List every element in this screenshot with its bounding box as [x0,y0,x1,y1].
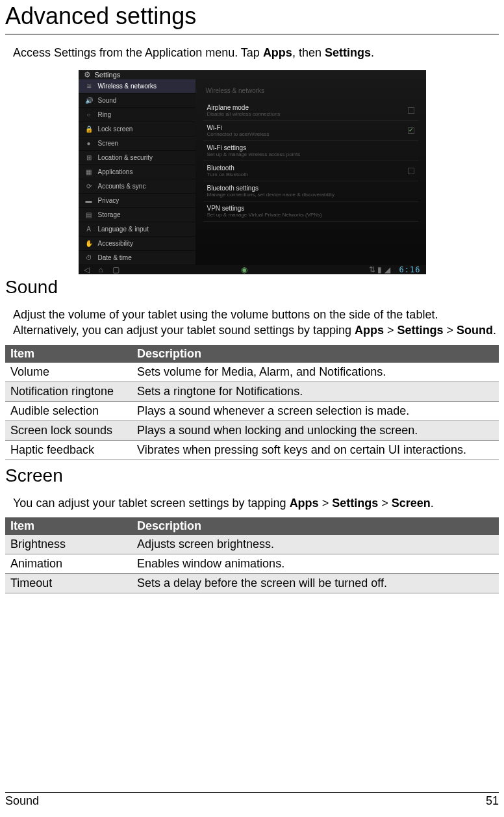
screenshot-titlebar: ⚙ Settings [79,70,426,79]
detail-item-subtitle: Manage connections, set device name & di… [207,192,414,198]
screen-th-desc: Description [132,517,499,535]
notification-icon: ◉ [241,265,247,274]
screen-intro-screen: Screen [392,497,431,510]
sound-intro-settings: Settings [397,324,444,337]
sidebar-item: 🔊Sound [79,94,195,108]
table-row: VolumeSets volume for Media, Alarm, and … [5,363,499,382]
sidebar-item-label: Screen [98,140,119,147]
gear-icon: ⚙ [84,70,91,79]
sidebar-item: ✋Accessibility [79,237,195,251]
detail-item: Airplane modeDisable all wireless connec… [203,101,418,121]
detail-item-subtitle: Connected to acerWireless [207,131,408,137]
intro-suffix: . [371,46,374,59]
sidebar-item: ▬Privacy [79,194,195,208]
cell-item: Timeout [5,573,132,593]
page-footer: Sound 51 [5,792,499,808]
cell-desc: Sets volume for Media, Alarm, and Notifi… [132,363,499,382]
sidebar-item-icon: A [85,226,93,233]
detail-item: Wi-FiConnected to acerWireless [203,121,418,141]
cell-desc: Enables window animations. [132,554,499,573]
table-row: TimeoutSets a delay before the screen wi… [5,573,499,593]
sound-suffix: . [493,324,496,337]
detail-item-title: Bluetooth [207,164,408,172]
detail-item: BluetoothTurn on Bluetooth [203,161,418,181]
screenshot-navbar: ◁ ⌂ ▢ ◉ ⇅ ▮ ◢ 6:16 [79,265,426,274]
screen-intro-apps: Apps [290,497,319,510]
sound-gt2: > [444,324,457,337]
detail-item-title: Airplane mode [207,104,408,111]
checkbox-icon [408,168,414,174]
cell-item: Notification ringtone [5,382,132,401]
settings-screenshot: ⚙ Settings ≋Wireless & networks🔊Sound○Ri… [79,70,426,265]
cell-desc: Plays a sound whenever a screen selectio… [132,401,499,421]
detail-item-subtitle: Set up & manage Virtual Private Networks… [207,212,414,218]
footer-page-number: 51 [486,794,499,808]
sidebar-item: ≋Wireless & networks [79,79,195,94]
screenshot-detail: Wireless & networks Airplane modeDisable… [195,79,426,265]
sidebar-item-icon: ● [85,140,93,147]
sidebar-item-label: Accessibility [98,240,133,247]
table-row: Haptic feedbackVibrates when pressing so… [5,440,499,460]
sound-table-header: Item Description [5,345,499,363]
sidebar-item-label: Lock screen [98,125,133,133]
sound-intro: Adjust the volume of your tablet using t… [5,300,499,345]
intro-prefix: Access Settings from the Application men… [13,46,263,59]
table-row: Audible selectionPlays a sound whenever … [5,401,499,421]
table-row: Notification ringtoneSets a ringtone for… [5,382,499,401]
sound-th-desc: Description [132,345,499,363]
cell-item: Animation [5,554,132,573]
detail-item-subtitle: Set up & manage wireless access points [207,151,414,157]
detail-item-title: Wi-Fi [207,124,408,131]
sidebar-item-label: Privacy [98,197,120,204]
screen-intro-settings: Settings [332,497,378,510]
cell-desc: Sets a delay before the screen will be t… [132,573,499,593]
sidebar-item-label: Location & security [98,154,153,161]
sidebar-item-icon: ⊞ [85,154,93,161]
sidebar-item: ⊞Location & security [79,151,195,165]
screen-intro-prefix: You can adjust your tablet screen settin… [13,497,290,510]
detail-item-title: Wi-Fi settings [207,144,414,151]
sidebar-item: 🔒Lock screen [79,122,195,136]
sidebar-item-icon: ⟳ [85,183,93,190]
cell-desc: Plays a sound when locking and unlocking… [132,421,499,440]
screen-table-header: Item Description [5,517,499,535]
screenshot-detail-header: Wireless & networks [203,83,418,101]
screen-suffix: . [431,497,434,510]
sidebar-item: ⏱Date & time [79,251,195,265]
cell-item: Volume [5,363,132,382]
sidebar-item-icon: ▦ [85,168,93,175]
sidebar-item-label: Applications [98,168,133,175]
intro-apps: Apps [263,46,292,59]
sidebar-item-label: Language & input [98,226,149,233]
cell-desc: Adjusts screen brightness. [132,535,499,554]
sidebar-item-icon: 🔊 [85,97,93,104]
sound-intro-apps: Apps [355,324,384,337]
sidebar-item-icon: ⏱ [85,254,93,261]
screen-intro: You can adjust your tablet screen settin… [5,489,499,517]
table-row: AnimationEnables window animations. [5,554,499,573]
sidebar-item: ●Screen [79,136,195,151]
cell-item: Brightness [5,535,132,554]
screen-th-item: Item [5,517,132,535]
sidebar-item-label: Storage [98,211,121,218]
sidebar-item-label: Accounts & sync [98,183,146,190]
footer-section: Sound [5,794,39,808]
checkbox-icon [408,127,414,134]
detail-item: Wi-Fi settingsSet up & manage wireless a… [203,141,418,161]
sidebar-item-icon: ▬ [85,197,93,204]
sound-gt1: > [384,324,397,337]
cell-item: Audible selection [5,401,132,421]
cell-item: Screen lock sounds [5,421,132,440]
screenshot-body: ≋Wireless & networks🔊Sound○Ring🔒Lock scr… [79,79,426,265]
home-icon: ⌂ [99,265,103,274]
screen-gt2: > [378,497,392,510]
sidebar-item-label: Ring [98,111,112,118]
sidebar-item: ALanguage & input [79,222,195,237]
intro-text: Access Settings from the Application men… [5,34,499,68]
detail-item-subtitle: Disable all wireless connections [207,111,408,117]
screen-table: Item Description BrightnessAdjusts scree… [5,517,499,593]
sidebar-item: ⟳Accounts & sync [79,179,195,194]
checkbox-icon [408,107,414,114]
sidebar-item: ▦Applications [79,165,195,179]
sidebar-item-icon: 🔒 [85,125,93,133]
